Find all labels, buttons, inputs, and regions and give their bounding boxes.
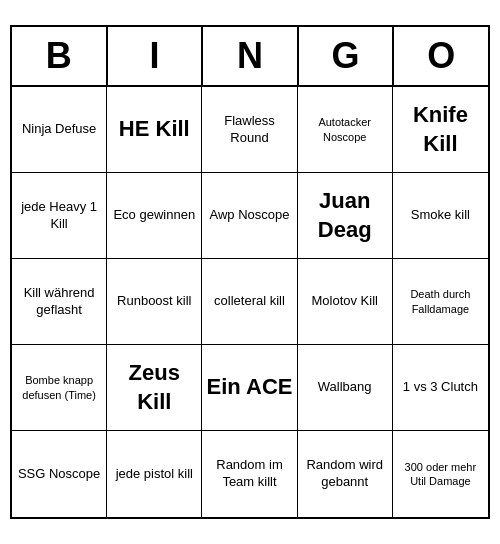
bingo-cell-6: Eco gewinnen bbox=[107, 173, 202, 259]
bingo-cell-21: jede pistol kill bbox=[107, 431, 202, 517]
bingo-cell-13: Molotov Kill bbox=[298, 259, 393, 345]
bingo-header: BINGO bbox=[12, 27, 488, 87]
bingo-cell-14: Death durch Falldamage bbox=[393, 259, 488, 345]
bingo-cell-1: HE Kill bbox=[107, 87, 202, 173]
bingo-cell-15: Bombe knapp defusen (Time) bbox=[12, 345, 107, 431]
bingo-cell-7: Awp Noscope bbox=[202, 173, 297, 259]
bingo-cell-8: Juan Deag bbox=[298, 173, 393, 259]
bingo-cell-16: Zeus Kill bbox=[107, 345, 202, 431]
bingo-cell-3: Autotacker Noscope bbox=[298, 87, 393, 173]
bingo-cell-24: 300 oder mehr Util Damage bbox=[393, 431, 488, 517]
bingo-cell-17: Ein ACE bbox=[202, 345, 297, 431]
bingo-cell-23: Random wird gebannt bbox=[298, 431, 393, 517]
header-letter-n: N bbox=[203, 27, 299, 85]
bingo-cell-11: Runboost kill bbox=[107, 259, 202, 345]
bingo-board: BINGO Ninja DefuseHE KillFlawless RoundA… bbox=[10, 25, 490, 519]
bingo-cell-20: SSG Noscope bbox=[12, 431, 107, 517]
bingo-cell-0: Ninja Defuse bbox=[12, 87, 107, 173]
bingo-cell-5: jede Heavy 1 Kill bbox=[12, 173, 107, 259]
bingo-cell-10: Kill während geflasht bbox=[12, 259, 107, 345]
bingo-cell-18: Wallbang bbox=[298, 345, 393, 431]
bingo-grid: Ninja DefuseHE KillFlawless RoundAutotac… bbox=[12, 87, 488, 517]
bingo-cell-22: Random im Team killt bbox=[202, 431, 297, 517]
header-letter-g: G bbox=[299, 27, 395, 85]
bingo-cell-4: Knife Kill bbox=[393, 87, 488, 173]
header-letter-o: O bbox=[394, 27, 488, 85]
header-letter-b: B bbox=[12, 27, 108, 85]
header-letter-i: I bbox=[108, 27, 204, 85]
bingo-cell-19: 1 vs 3 Clutch bbox=[393, 345, 488, 431]
bingo-cell-12: colleteral kill bbox=[202, 259, 297, 345]
bingo-cell-9: Smoke kill bbox=[393, 173, 488, 259]
bingo-cell-2: Flawless Round bbox=[202, 87, 297, 173]
